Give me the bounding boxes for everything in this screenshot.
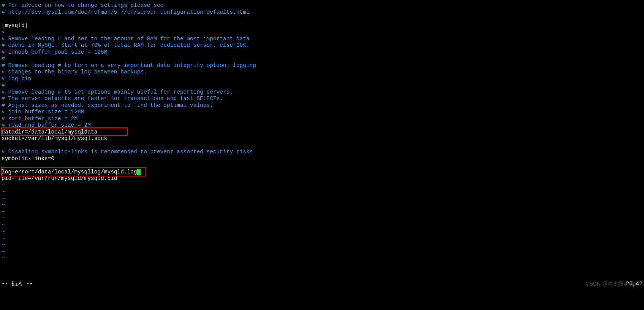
vim-empty-line-tilde: ~: [2, 215, 642, 222]
vim-empty-line-tilde: ~: [2, 209, 642, 216]
file-line: # Remove leading # to turn on a very imp…: [2, 62, 642, 69]
file-line: symbolic-links=0: [2, 156, 642, 162]
vim-empty-line-tilde: ~: [2, 235, 642, 242]
file-line: #: [2, 82, 642, 89]
file-line: datadir=/data/local/mysqldata: [2, 129, 642, 136]
vim-empty-line-tilde: ~: [2, 189, 642, 196]
vim-empty-line-tilde: ~: [2, 229, 642, 235]
file-line: # Remove leading # and set to the amount…: [2, 36, 642, 43]
vim-empty-line-tilde: ~: [2, 182, 642, 189]
file-line: # innodb_buffer_pool_size = 128M: [2, 49, 642, 56]
vim-mode: -- 插入 --: [2, 281, 33, 288]
file-line: #: [2, 29, 642, 36]
file-line: # http://dev.mysql.com/doc/refman/5.7/en…: [2, 9, 642, 16]
file-line: # log_bin: [2, 76, 642, 83]
vim-empty-line-tilde: ~: [2, 242, 642, 249]
file-line: # The server defaults are faster for tra…: [2, 95, 642, 102]
text-cursor: [137, 169, 141, 175]
terminal-viewport[interactable]: # For advice on how to change settings p…: [0, 0, 644, 262]
file-line: socket=/var/lib/mysql/mysql.sock: [2, 135, 642, 142]
file-line: # changes to the binary log between back…: [2, 69, 642, 76]
file-line: # For advice on how to change settings p…: [2, 2, 642, 9]
watermark-text: CSDN @本太阳肩弄箱: [585, 281, 639, 288]
file-line: log-error=/data/local/mysqllog/mysqld.lo…: [2, 169, 642, 176]
file-line: [mysqld]: [2, 22, 642, 29]
file-line: # Disabling symbolic-links is recommende…: [2, 149, 642, 156]
vim-empty-line-tilde: ~: [2, 222, 642, 229]
file-line: # Remove leading # to set options mainly…: [2, 89, 642, 96]
file-line: # read_rnd_buffer_size = 2M: [2, 122, 642, 129]
vim-status-bar: -- 插入 -- 26,42: [2, 281, 642, 288]
file-line: [2, 16, 642, 22]
file-line: # Adjust sizes as needed, experiment to …: [2, 102, 642, 109]
vim-empty-line-tilde: ~: [2, 202, 642, 209]
file-line: [2, 162, 642, 169]
file-line: # cache in MySQL. Start at 70% of total …: [2, 42, 642, 49]
file-line: # sort_buffer_size = 2M: [2, 116, 642, 122]
file-line: #: [2, 56, 642, 62]
vim-empty-line-tilde: ~: [2, 249, 642, 256]
vim-empty-line-tilde: ~: [2, 255, 642, 262]
file-line: # join_buffer_size = 128M: [2, 109, 642, 116]
file-line: [2, 142, 642, 149]
file-line: pid-file=/var/run/mysqld/mysqld.pid: [2, 175, 642, 182]
vim-empty-line-tilde: ~: [2, 196, 642, 202]
